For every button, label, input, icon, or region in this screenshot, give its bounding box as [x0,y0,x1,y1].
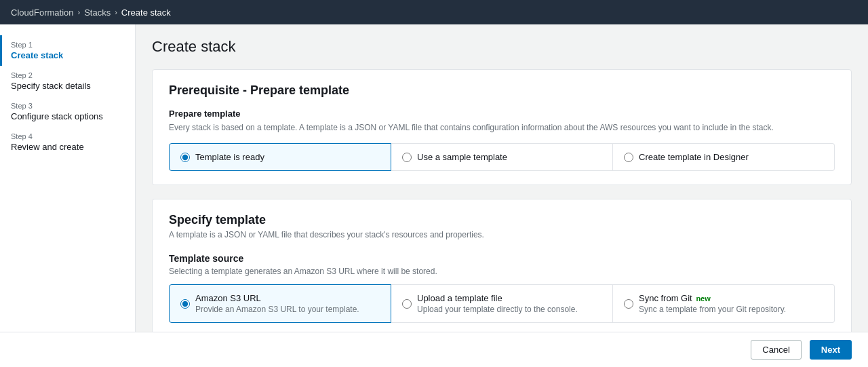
sidebar-step2-label: Step 2 [11,71,124,79]
radio-designer-template[interactable] [624,153,633,162]
upload-file-sublabel: Upload your template directly to the con… [417,305,578,314]
sidebar: Step 1 Create stack Step 2 Specify stack… [0,24,136,367]
main-content: Create stack Prerequisite - Prepare temp… [136,24,868,367]
sync-git-content: Sync from Git new Sync a template from y… [639,293,786,314]
next-button[interactable]: Next [810,340,852,360]
bottom-bar: Cancel Next [0,332,868,367]
radio-s3-url[interactable] [180,299,190,309]
stacks-link[interactable]: Stacks [84,7,111,18]
sidebar-item-configure-options[interactable]: Step 3 Configure stack options [0,96,135,127]
sync-git-label: Sync from Git new [639,293,786,303]
template-source-heading: Template source [169,253,835,264]
sync-git-label-text: Sync from Git [639,293,692,303]
prepare-template-heading: Prepare template [169,109,835,119]
specify-template-title: Specify template [169,213,835,227]
option-sync-git[interactable]: Sync from Git new Sync a template from y… [613,284,835,323]
sidebar-item-review[interactable]: Step 4 Review and create [0,127,135,157]
template-source-options: Amazon S3 URL Provide an Amazon S3 URL t… [169,284,835,323]
designer-template-label: Create template in Designer [639,152,749,162]
template-ready-label: Template is ready [195,152,264,162]
s3-url-label: Amazon S3 URL [195,293,359,303]
option-upload-file[interactable]: Upload a template file Upload your templ… [391,284,613,323]
sidebar-step1-label: Step 1 [11,41,124,49]
sidebar-step3-label: Step 3 [11,102,124,110]
sample-template-label: Use a sample template [417,152,507,162]
radio-sync-git[interactable] [624,299,633,309]
upload-file-content: Upload a template file Upload your templ… [417,293,578,314]
option-template-ready[interactable]: Template is ready [169,143,391,171]
chevron-icon-1: › [78,8,81,16]
sidebar-item-create-stack[interactable]: Step 1 Create stack [0,35,135,66]
cancel-button[interactable]: Cancel [751,340,801,360]
radio-template-ready[interactable] [180,153,190,162]
specify-template-desc: A template is a JSON or YAML file that d… [169,230,835,239]
prerequisite-section: Prerequisite - Prepare template Prepare … [152,69,852,185]
option-sample-template[interactable]: Use a sample template [391,143,613,171]
sidebar-step4-name: Review and create [11,142,124,152]
upload-file-label: Upload a template file [417,293,578,303]
sidebar-step1-name: Create stack [11,50,124,60]
sidebar-item-specify-stack[interactable]: Step 2 Specify stack details [0,66,135,96]
top-nav: CloudFormation › Stacks › Create stack [0,0,868,24]
chevron-icon-2: › [115,8,117,16]
sidebar-step3-name: Configure stack options [11,111,124,121]
s3-url-sublabel: Provide an Amazon S3 URL to your templat… [195,305,359,314]
sync-git-new-badge: new [696,294,710,303]
prerequisite-title: Prerequisite - Prepare template [169,83,835,98]
page-title: Create stack [152,38,852,56]
s3-url-content: Amazon S3 URL Provide an Amazon S3 URL t… [195,293,359,314]
option-s3-url[interactable]: Amazon S3 URL Provide an Amazon S3 URL t… [169,284,391,323]
cloudformation-link[interactable]: CloudFormation [11,7,74,18]
sidebar-step2-name: Specify stack details [11,81,124,91]
prepare-template-options: Template is ready Use a sample template … [169,143,835,171]
radio-sample-template[interactable] [402,153,412,162]
radio-upload-file[interactable] [402,299,412,309]
sync-git-sublabel: Sync a template from your Git repository… [639,305,786,314]
current-page-label: Create stack [121,7,171,18]
sidebar-step4-label: Step 4 [11,132,124,140]
prepare-template-desc: Every stack is based on a template. A te… [169,123,835,132]
template-source-desc: Selecting a template generates an Amazon… [169,267,835,276]
option-designer-template[interactable]: Create template in Designer [613,143,835,171]
